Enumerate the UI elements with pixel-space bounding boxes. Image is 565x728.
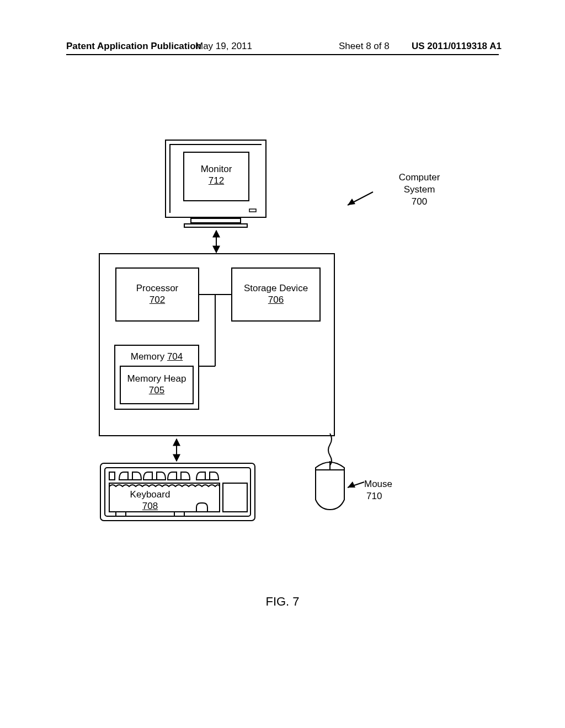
storage-label-text: Storage Device: [244, 283, 308, 293]
keyboard-label-text: Keyboard: [130, 489, 170, 500]
mouse-icon: [316, 461, 344, 510]
memory-refnum: 704: [167, 351, 183, 362]
memory-label-text: Memory: [131, 351, 164, 362]
processor-label: Processor 702: [116, 282, 199, 306]
storage-refnum: 706: [268, 295, 284, 305]
processor-label-text: Processor: [136, 283, 179, 293]
system-refnum: 700: [412, 196, 427, 207]
svg-rect-3: [191, 218, 241, 223]
mouse-leader: [348, 481, 364, 488]
mouse-label: Mouse: [364, 479, 392, 490]
processor-refnum: 702: [150, 295, 165, 305]
heap-refnum: 705: [149, 385, 164, 395]
system-label: Computer System 700: [386, 172, 452, 208]
diagram-svg: [66, 47, 499, 599]
storage-label: Storage Device 706: [232, 282, 320, 306]
keyboard-label: Keyboard 708: [117, 489, 183, 512]
page: Patent Application Publication May 19, 2…: [0, 0, 565, 728]
keyboard-refnum: 708: [142, 501, 158, 511]
figure-label: FIG. 7: [0, 595, 565, 609]
monitor-label-text: Monitor: [201, 164, 232, 174]
monitor-label: Monitor 712: [184, 163, 249, 187]
svg-rect-2: [249, 209, 256, 212]
svg-rect-8: [223, 483, 247, 512]
mouse-cable: [328, 433, 332, 465]
heap-label-text: Memory Heap: [127, 373, 186, 384]
monitor-refnum: 712: [209, 175, 224, 186]
memory-label: Memory 704: [115, 351, 199, 362]
system-leader: [348, 192, 373, 205]
mouse-refnum: 710: [366, 491, 382, 502]
svg-rect-4: [184, 224, 247, 227]
heap-label: Memory Heap 705: [120, 373, 193, 397]
diagram-canvas: Monitor 712 Processor 702 Storage Device…: [66, 47, 499, 681]
system-label-text: Computer System: [399, 172, 440, 195]
